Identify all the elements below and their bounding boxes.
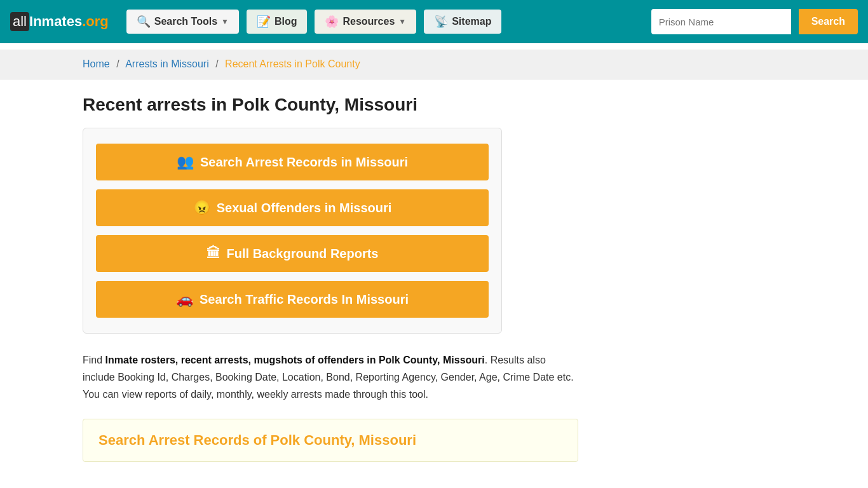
resources-label: Resources (342, 16, 395, 27)
sexual-offenders-label: Sexual Offenders in Missouri (217, 201, 392, 215)
traffic-records-icon: 🚗 (176, 291, 193, 308)
breadcrumb-home[interactable]: Home (83, 58, 110, 69)
search-tools-label: Search Tools (154, 16, 217, 27)
sexual-offenders-icon: 😠 (193, 200, 210, 216)
description-bold: Inmate rosters, recent arrests, mugshots… (105, 355, 485, 365)
logo-inmates-text: Inmates (29, 13, 82, 30)
action-btn-background-reports[interactable]: 🏛Full Background Reports (96, 235, 489, 272)
breadcrumb-current: Recent Arrests in Polk County (225, 58, 360, 69)
logo[interactable]: allInmates.org (10, 12, 109, 31)
action-btn-traffic-records[interactable]: 🚗Search Traffic Records In Missouri (96, 281, 489, 318)
prison-search-input[interactable] (651, 9, 791, 34)
prison-search-button[interactable]: Search (799, 9, 858, 34)
prison-search-button-label: Search (811, 16, 845, 27)
page-title: Recent arrests in Polk County, Missouri (83, 95, 785, 115)
search-tools-icon: 🔍 (137, 15, 151, 29)
sitemap-label: Sitemap (452, 16, 491, 27)
arrest-records-label: Search Arrest Records in Missouri (200, 155, 408, 170)
arrest-records-icon: 👥 (177, 154, 194, 170)
search-tools-arrow-icon: ▼ (221, 17, 229, 26)
description-prefix: Find (83, 355, 105, 365)
background-reports-label: Full Background Reports (227, 247, 379, 261)
main-content: Recent arrests in Polk County, Missouri … (0, 79, 868, 477)
action-btn-sexual-offenders[interactable]: 😠Sexual Offenders in Missouri (96, 189, 489, 226)
breadcrumb: Home / Arrests in Missouri / Recent Arre… (0, 50, 868, 79)
search-tools-button[interactable]: 🔍 Search Tools ▼ (126, 10, 239, 34)
traffic-records-label: Search Traffic Records In Missouri (200, 292, 409, 307)
resources-arrow-icon: ▼ (398, 17, 406, 26)
breadcrumb-sep1: / (116, 58, 119, 69)
sitemap-icon: 📡 (434, 15, 448, 29)
sitemap-button[interactable]: 📡 Sitemap (424, 10, 501, 34)
blog-label: Blog (275, 16, 297, 27)
background-reports-icon: 🏛 (207, 245, 220, 262)
blog-button[interactable]: 📝 Blog (247, 10, 308, 34)
resources-icon: 🌸 (325, 15, 339, 29)
search-section: Search Arrest Records of Polk County, Mi… (83, 419, 578, 462)
logo-all-text: all (10, 12, 29, 31)
blog-icon: 📝 (257, 15, 271, 29)
description-text: Find Inmate rosters, recent arrests, mug… (83, 351, 578, 403)
breadcrumb-arrests[interactable]: Arrests in Missouri (125, 58, 209, 69)
action-btn-arrest-records[interactable]: 👥Search Arrest Records in Missouri (96, 144, 489, 180)
breadcrumb-sep2: / (215, 58, 218, 69)
resources-button[interactable]: 🌸 Resources ▼ (315, 10, 416, 34)
logo-org-text: .org (82, 13, 109, 30)
search-section-title: Search Arrest Records of Polk County, Mi… (98, 432, 562, 449)
action-button-box: 👥Search Arrest Records in Missouri😠Sexua… (83, 128, 502, 334)
navbar: allInmates.org 🔍 Search Tools ▼ 📝 Blog 🌸… (0, 0, 868, 43)
